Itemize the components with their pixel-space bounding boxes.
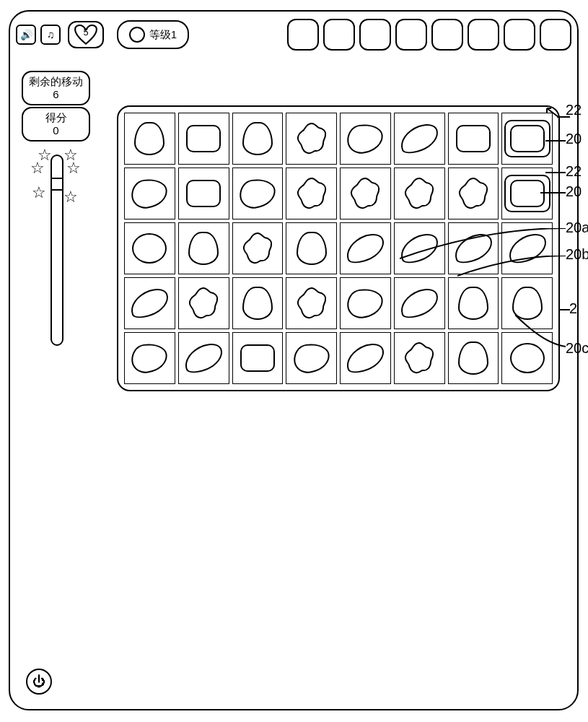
board-cell[interactable] (394, 332, 445, 384)
board-cell[interactable] (232, 168, 284, 219)
music-toggle-button[interactable]: ♫ (40, 25, 61, 45)
game-piece-flower[interactable] (398, 176, 440, 211)
callout-line (545, 140, 566, 142)
board-cell[interactable] (448, 332, 499, 384)
callout-label: 20c (566, 340, 588, 357)
game-piece-drop[interactable] (128, 121, 170, 156)
game-piece-pillow[interactable] (452, 121, 494, 156)
moves-label: 剩余的移动 (25, 75, 87, 88)
callout-line (545, 172, 566, 173)
callout-label: 2 (569, 300, 577, 317)
board-cell[interactable] (286, 113, 337, 165)
tool-slot[interactable] (323, 19, 355, 51)
game-piece-flower[interactable] (291, 121, 333, 156)
game-piece-flower[interactable] (452, 176, 494, 211)
star-icon: ☆ (63, 188, 78, 206)
tool-slot[interactable] (504, 19, 535, 51)
board-cell[interactable] (286, 332, 337, 384)
game-piece-flower[interactable] (398, 341, 440, 375)
game-piece-drop[interactable] (291, 231, 333, 266)
board-cell[interactable] (340, 332, 391, 384)
tool-slot[interactable] (468, 19, 499, 51)
board-cell[interactable] (178, 277, 229, 329)
progress-tick (51, 189, 63, 191)
game-piece-bean[interactable] (398, 121, 440, 156)
level-avatar-icon (129, 27, 145, 43)
progress-tick (51, 178, 63, 179)
board-cell[interactable] (340, 113, 391, 165)
game-piece-drop[interactable] (452, 341, 494, 375)
board-cell[interactable] (178, 332, 229, 384)
board-cell[interactable] (178, 222, 229, 274)
board-cell[interactable] (124, 222, 175, 274)
board-cell[interactable] (232, 222, 284, 274)
game-piece-drop[interactable] (237, 286, 278, 321)
board-cell[interactable] (124, 277, 175, 329)
tool-slot[interactable] (359, 19, 391, 51)
tool-slot[interactable] (540, 19, 571, 51)
game-piece-flower[interactable] (183, 286, 224, 321)
board-cell[interactable] (232, 113, 284, 165)
game-piece-bean[interactable] (344, 341, 386, 375)
music-icon: ♫ (47, 29, 55, 40)
board-cell[interactable] (178, 168, 229, 219)
score-value: 0 (25, 124, 87, 137)
game-piece-oval[interactable] (128, 231, 170, 266)
lives-indicator[interactable]: 5 (68, 21, 104, 48)
power-button[interactable]: ⏻ (26, 669, 52, 695)
game-piece-flower[interactable] (291, 286, 333, 321)
game-piece-bean[interactable] (344, 231, 386, 266)
game-piece-lemon[interactable] (344, 286, 386, 321)
board-cell[interactable] (286, 277, 337, 329)
special-tile-outline (504, 175, 550, 212)
sound-toggle-button[interactable]: 🔊 (16, 25, 36, 45)
game-piece-lemon[interactable] (128, 176, 170, 211)
board-cell[interactable] (340, 277, 391, 329)
progress-track (51, 155, 63, 346)
board-cell[interactable] (448, 168, 499, 219)
level-label: 等级1 (149, 28, 177, 42)
board-cell[interactable] (340, 222, 391, 274)
game-piece-pillow[interactable] (506, 176, 548, 211)
board-cell[interactable] (124, 113, 175, 165)
game-piece-flower[interactable] (291, 176, 333, 211)
board-cell[interactable] (448, 113, 499, 165)
board-cell[interactable] (178, 113, 229, 165)
board-cell[interactable] (448, 277, 499, 329)
game-piece-drop[interactable] (237, 121, 278, 156)
game-piece-pillow[interactable] (183, 121, 224, 156)
game-piece-lemon[interactable] (291, 341, 333, 375)
board-cell[interactable] (286, 168, 337, 219)
tool-slot[interactable] (395, 19, 427, 51)
board-cell[interactable] (232, 277, 284, 329)
game-piece-pillow[interactable] (506, 121, 548, 156)
board-cell[interactable] (232, 332, 284, 384)
board-cell[interactable] (286, 222, 337, 274)
board-cell[interactable] (340, 168, 391, 219)
game-piece-lemon[interactable] (237, 176, 278, 211)
game-piece-bean[interactable] (398, 286, 440, 321)
game-piece-lemon[interactable] (344, 121, 386, 156)
board-cell[interactable] (124, 332, 175, 384)
game-piece-drop[interactable] (452, 286, 494, 321)
board-cell[interactable] (394, 113, 445, 165)
game-piece-bean[interactable] (128, 286, 170, 321)
game-piece-pillow[interactable] (183, 176, 224, 211)
board-cell[interactable] (501, 168, 553, 219)
device-frame: 🔊 ♫ 5 等级1 剩余的移动 6 得分 0 ☆ ☆ ☆ ☆ (9, 10, 579, 710)
tool-slot[interactable] (431, 19, 463, 51)
game-piece-flower[interactable] (237, 231, 278, 266)
board-cell[interactable] (501, 113, 553, 165)
board-cell[interactable] (394, 168, 445, 219)
game-piece-flower[interactable] (344, 176, 386, 211)
game-piece-lemon[interactable] (128, 341, 170, 375)
board-cell[interactable] (394, 277, 445, 329)
game-piece-bean[interactable] (183, 341, 224, 375)
board-cell[interactable] (124, 168, 175, 219)
tool-slot[interactable] (287, 19, 319, 51)
game-piece-drop[interactable] (183, 231, 224, 266)
callout-curve (515, 315, 567, 349)
moves-remaining-panel: 剩余的移动 6 (22, 71, 90, 105)
game-piece-pillow[interactable] (237, 341, 278, 375)
level-indicator[interactable]: 等级1 (117, 20, 189, 49)
